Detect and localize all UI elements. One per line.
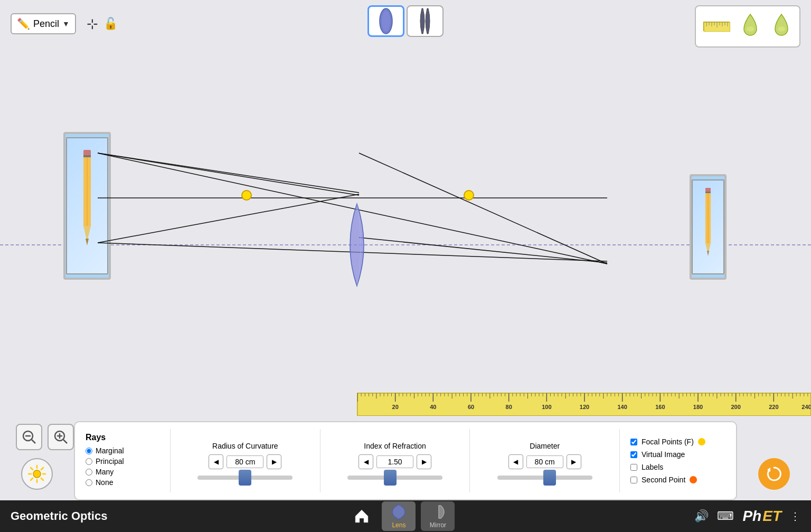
ray-principal-row: Principal [86,457,159,466]
second-point-checkbox[interactable] [630,477,637,483]
svg-line-26 [359,238,607,263]
svg-text:120: 120 [580,404,589,410]
ior-decrease-button[interactable]: ◀ [359,454,373,469]
object-2-icon[interactable] [771,11,792,42]
virtual-image-option: Virtual Image [630,450,725,459]
light-source-button[interactable] [21,458,53,490]
ior-value: 1.50 [376,455,413,468]
nav-right: 🔊 ⌨ Ph ET ⋮ [694,508,800,525]
svg-line-182 [41,468,43,470]
convex-lens-button[interactable] [367,5,404,37]
ray-many-label[interactable]: Many [96,468,114,476]
diameter-increase-button[interactable]: ▶ [567,454,581,469]
main-lens[interactable] [349,203,365,287]
nav-center: Lens Mirror [107,501,694,531]
second-point-option: Second Point [630,476,725,484]
radius-slider-track[interactable] [197,476,293,480]
nav-lens-button[interactable]: Lens [382,501,416,531]
svg-line-23 [98,194,359,243]
pencil-button[interactable]: ✏️ Pencil ▼ [11,13,76,34]
ior-label: Index of Refraction [364,442,426,450]
radius-of-curvature-section: Radius of Curvature ◀ 80 cm ▶ [181,442,309,480]
svg-text:180: 180 [693,404,703,410]
radius-increase-button[interactable]: ▶ [267,454,281,469]
svg-point-175 [33,470,41,478]
concave-lens-button[interactable] [407,5,444,37]
focal-points-checkbox[interactable] [630,439,637,445]
labels-checkbox[interactable] [630,464,637,471]
svg-text:100: 100 [542,404,551,410]
rays-title: Rays [86,433,159,442]
labels-option: Labels [630,463,725,471]
zoom-in-button[interactable] [48,424,74,450]
ruler-object[interactable] [703,22,730,31]
object-1-icon[interactable] [740,11,761,42]
controls-panel: Rays Marginal Principal Many None Radius… [74,421,737,500]
ior-controls: ◀ 1.50 ▶ [359,454,431,469]
virtual-image-label[interactable]: Virtual Image [642,450,685,459]
focal-points-label[interactable]: Focal Points (F) [642,438,694,446]
svg-point-12 [747,26,754,32]
radius-slider-thumb[interactable] [239,470,251,486]
ray-principal-label[interactable]: Principal [96,457,124,466]
index-of-refraction-section: Index of Refraction ◀ 1.50 ▶ [331,442,459,480]
ray-none-label[interactable]: None [96,478,113,487]
svg-text:200: 200 [731,404,740,410]
ruler[interactable]: 20406080100120140160180200220240 cm [357,393,811,416]
reset-button[interactable] [758,458,790,490]
svg-line-170 [32,440,35,443]
ray-many-row: Many [86,468,159,476]
right-image-frame[interactable] [690,174,727,280]
radius-controls: ◀ 80 cm ▶ [209,454,281,469]
diameter-label: Diameter [530,442,560,450]
ior-slider-thumb[interactable] [384,470,397,486]
rays-section: Rays Marginal Principal Many None [86,433,159,489]
phet-logo-text: Ph [742,508,761,525]
diameter-controls: ◀ 80 cm ▶ [508,454,581,469]
ray-marginal-label[interactable]: Marginal [96,446,124,455]
focal-point-right[interactable] [464,190,474,201]
pencil-left-icon [76,148,98,264]
ior-increase-button[interactable]: ▶ [417,454,431,469]
lens-type-buttons [367,5,444,37]
canvas-area: 20406080100120140160180200220240 cm [0,58,811,432]
zoom-out-button[interactable] [16,424,42,450]
ray-marginal-radio[interactable] [86,448,92,454]
svg-line-20 [98,153,359,193]
diameter-section: Diameter ◀ 80 cm ▶ [480,442,609,480]
more-options-icon[interactable]: ⋮ [790,510,800,522]
second-point-label[interactable]: Second Point [642,476,685,484]
nav-home-button[interactable] [347,506,376,527]
pencil-label: Pencil [33,18,59,30]
focal-points-option: Focal Points (F) [630,438,725,446]
focal-point-left[interactable] [241,190,252,201]
move-icon[interactable]: ⊹ [87,16,98,32]
svg-text:220: 220 [769,404,778,410]
sound-icon[interactable]: 🔊 [694,509,709,523]
keyboard-icon[interactable]: ⌨ [717,509,734,523]
ray-none-radio[interactable] [86,479,92,486]
svg-line-181 [41,478,43,480]
diameter-slider-track[interactable] [497,476,592,480]
svg-line-183 [31,478,33,480]
diameter-slider-thumb[interactable] [543,470,556,486]
diameter-decrease-button[interactable]: ◀ [508,454,523,469]
lock-icon[interactable]: 🔓 [103,17,118,31]
virtual-image-checkbox[interactable] [630,451,637,458]
svg-text:140: 140 [617,404,627,410]
ior-slider-track[interactable] [347,476,442,480]
left-object-frame[interactable] [63,132,111,280]
nav-mirror-button[interactable]: Mirror [421,501,455,531]
radius-decrease-button[interactable]: ◀ [209,454,223,469]
labels-label[interactable]: Labels [642,463,663,471]
second-point-indicator [690,476,697,483]
nav-title: Geometric Optics [11,509,107,523]
ruler-canvas [357,393,516,416]
svg-line-180 [31,468,33,470]
ray-many-radio[interactable] [86,469,92,476]
phet-logo: Ph ET [742,508,781,525]
dropdown-arrow-icon: ▼ [62,20,70,28]
ray-principal-radio[interactable] [86,458,92,465]
divider-2 [320,429,320,492]
nav-bar: Geometric Optics Lens Mirror 🔊 ⌨ [0,500,811,532]
